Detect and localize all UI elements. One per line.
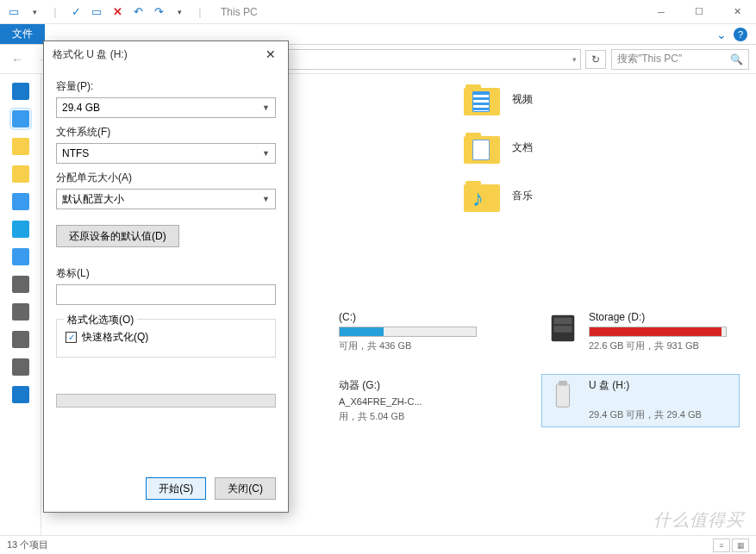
allocation-select[interactable]: 默认配置大小 ▼ [56, 189, 276, 209]
dialog-close-button[interactable]: ✕ [262, 47, 279, 61]
check-icon[interactable]: ✓ [67, 3, 84, 21]
filesystem-value: NTFS [62, 147, 89, 159]
filesystem-select[interactable]: NTFS ▼ [56, 143, 276, 164]
folder-documents[interactable]: 文档 [464, 131, 533, 164]
drives-group: (C:) 可用，共 436 GB Storage (D:) 22.6 GB 可用… [334, 307, 740, 427]
allocation-value: 默认配置大小 [62, 192, 124, 207]
back-button[interactable]: ← [7, 49, 28, 70]
folder-icon: ♪ [464, 179, 500, 212]
quick-access-icon[interactable] [12, 83, 29, 100]
folder-label: 视频 [512, 92, 533, 107]
drive-stats: 22.6 GB 可用，共 931 GB [589, 339, 735, 352]
capacity-label: 容量(P): [56, 79, 276, 94]
chevron-down-icon[interactable]: ▾ [171, 3, 188, 21]
drive-h[interactable]: U 盘 (H:) 29.4 GB 可用，共 29.4 GB [541, 374, 740, 427]
drive-stats: 可用，共 436 GB [339, 339, 528, 352]
dialog-actions: 开始(S) 关闭(C) [44, 469, 288, 512]
drive-stats: 29.4 GB 可用，共 29.4 GB [589, 408, 735, 421]
chevron-down-icon: ▼ [262, 103, 270, 112]
nav-item-icon[interactable] [12, 248, 29, 265]
drive-usage-bar [339, 327, 477, 337]
volume-input[interactable] [56, 284, 276, 305]
folder-music[interactable]: ♪ 音乐 [464, 179, 533, 212]
window-titlebar: ▭ ▾ | ✓ ▭ ✕ ↶ ↷ ▾ | This PC ─ ☐ ✕ [0, 0, 756, 24]
drive-subtitle: A_X64FRE_ZH-C... [339, 396, 485, 407]
drive-name: 动器 (G:) [339, 378, 485, 393]
maximize-button[interactable]: ☐ [680, 0, 718, 24]
navigation-pane[interactable] [0, 74, 41, 535]
drive-name: U 盘 (H:) [589, 378, 735, 393]
folder-video[interactable]: 视频 [464, 83, 533, 115]
chevron-down-icon[interactable]: ▾ [572, 55, 577, 64]
drive-name: (C:) [339, 311, 485, 323]
icons-view-button[interactable]: ▦ [732, 538, 749, 552]
chevron-down-icon: ▼ [262, 195, 270, 203]
quick-access-toolbar: ▭ ▾ | ✓ ▭ ✕ ↶ ↷ ▾ | [0, 3, 214, 21]
window-controls: ─ ☐ ✕ [642, 0, 756, 24]
format-dialog: 格式化 U 盘 (H:) ✕ 容量(P): 29.4 GB ▼ 文件系统(F) … [43, 40, 289, 513]
folder-icon [464, 83, 500, 115]
nav-item-icon[interactable] [12, 193, 29, 210]
restore-defaults-button[interactable]: 还原设备的默认值(D) [56, 225, 179, 247]
dialog-title: 格式化 U 盘 (H:) [53, 47, 128, 62]
drive-name: Storage (D:) [589, 311, 735, 323]
refresh-button[interactable]: ↻ [585, 50, 606, 69]
nav-item-icon[interactable] [12, 276, 29, 293]
search-input[interactable]: 搜索"This PC" 🔍 [611, 49, 749, 70]
allocation-label: 分配单元大小(A) [56, 171, 276, 185]
svg-rect-2 [554, 326, 572, 333]
nav-item-icon[interactable] [12, 358, 29, 376]
nav-item-icon[interactable] [12, 165, 29, 183]
nav-item-icon[interactable] [12, 138, 29, 155]
search-icon: 🔍 [730, 53, 743, 65]
details-view-button[interactable]: ≡ [713, 538, 730, 552]
window-title: This PC [221, 6, 258, 18]
nav-item-icon[interactable] [12, 386, 29, 403]
delete-icon[interactable]: ✕ [109, 3, 126, 21]
nav-item-icon[interactable] [12, 331, 29, 348]
expand-ribbon-icon[interactable]: ⌄ [716, 28, 727, 41]
this-pc-icon[interactable] [12, 110, 29, 128]
format-options-fieldset: 格式化选项(O) ✓ 快速格式化(Q) [56, 319, 276, 358]
item-count: 13 个项目 [7, 538, 48, 551]
search-placeholder: 搜索"This PC" [617, 52, 682, 66]
folder-label: 文档 [512, 140, 533, 155]
divider-icon: | [47, 3, 64, 21]
folder-icon [464, 131, 500, 164]
start-button[interactable]: 开始(S) [146, 477, 206, 500]
chevron-down-icon: ▼ [262, 149, 270, 158]
drive-stats: 用，共 5.04 GB [339, 410, 528, 423]
folder-label: 音乐 [512, 189, 533, 203]
svg-rect-3 [556, 384, 569, 408]
capacity-value: 29.4 GB [62, 102, 100, 114]
drive-g[interactable]: 动器 (G:) A_X64FRE_ZH-C... 用，共 5.04 GB [334, 374, 533, 427]
close-button[interactable]: ✕ [718, 0, 756, 24]
nav-item-icon[interactable] [12, 221, 29, 238]
svg-rect-1 [554, 318, 572, 325]
undo-icon[interactable]: ↶ [129, 3, 147, 21]
ribbon-help: ⌄ ? [716, 24, 756, 44]
filesystem-label: 文件系统(F) [56, 125, 276, 140]
format-progress-bar [56, 394, 276, 408]
svg-rect-4 [559, 381, 567, 386]
file-tab[interactable]: 文件 [0, 24, 45, 44]
status-bar: 13 个项目 ≡ ▦ [0, 535, 756, 554]
app-icon: ▭ [5, 3, 22, 21]
drive-c[interactable]: (C:) 可用，共 436 GB [334, 307, 533, 357]
dialog-titlebar[interactable]: 格式化 U 盘 (H:) ✕ [44, 41, 288, 67]
folders-group: 视频 文档 ♪ 音乐 [464, 83, 533, 227]
quick-format-checkbox[interactable]: ✓ 快速格式化(Q) [66, 330, 266, 345]
minimize-button[interactable]: ─ [642, 0, 680, 24]
help-icon[interactable]: ? [734, 28, 747, 41]
drive-usage-bar [589, 327, 727, 337]
redo-icon[interactable]: ↷ [150, 3, 167, 21]
properties-icon[interactable]: ▭ [88, 3, 105, 21]
close-dialog-button[interactable]: 关闭(C) [215, 477, 276, 500]
capacity-select[interactable]: 29.4 GB ▼ [56, 97, 276, 118]
usb-drive-icon [546, 378, 580, 413]
drive-d[interactable]: Storage (D:) 22.6 GB 可用，共 931 GB [541, 307, 740, 357]
nav-item-icon[interactable] [12, 303, 29, 321]
divider-icon: | [191, 3, 209, 21]
storage-icon [546, 311, 580, 345]
arrow-down-icon[interactable]: ▾ [26, 3, 43, 21]
